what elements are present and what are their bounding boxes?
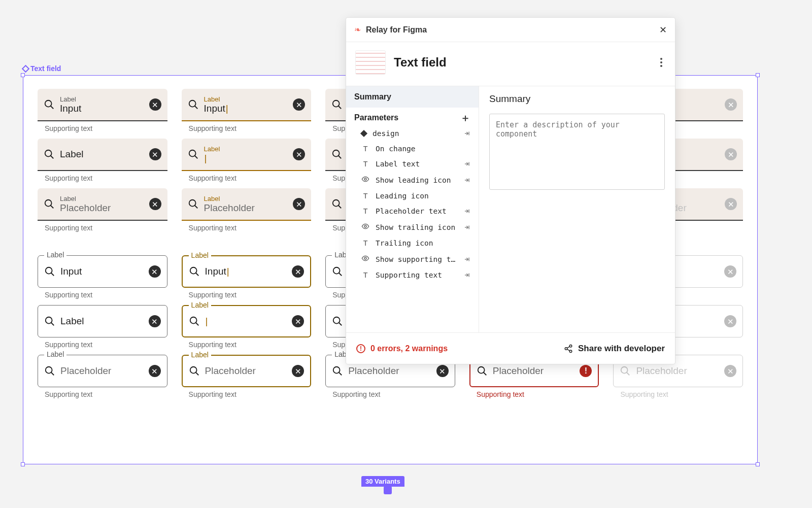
parameter-row[interactable]: TLeading icon [346, 188, 479, 204]
relay-logo-icon: ❧ [354, 25, 361, 35]
search-icon [188, 149, 199, 160]
text-field-outlined[interactable]: Label Input ✕ [38, 255, 167, 288]
parameter-row[interactable]: Show trailing icon [346, 219, 479, 235]
cancel-icon[interactable]: ✕ [293, 98, 305, 111]
parameter-row[interactable]: Show supporting t… [346, 251, 479, 267]
text-field-filled[interactable]: Label Placeholder ✕ [38, 188, 167, 221]
cancel-icon[interactable]: ✕ [293, 198, 305, 210]
cancel-icon[interactable]: ✕ [149, 315, 161, 327]
search-icon [188, 198, 199, 210]
parameter-row[interactable]: TLabel text [346, 156, 479, 172]
supporting-text: Supporting text [182, 341, 312, 349]
cancel-icon[interactable]: ✕ [725, 198, 737, 210]
parameter-row[interactable]: design [346, 126, 479, 141]
cancel-icon[interactable]: ✕ [724, 265, 736, 278]
variant-cell[interactable]: Label ✕ Supporting text [38, 305, 167, 349]
supporting-text: Supporting text [182, 291, 312, 299]
text-field-outlined[interactable]: Label ✕ [38, 305, 167, 337]
variant-cell[interactable]: Label ✕ Supporting text [182, 305, 312, 349]
field-placeholder: Placeholder [60, 365, 144, 377]
warning-icon: ! [356, 344, 365, 353]
search-icon [189, 365, 200, 377]
content-heading: Summary [489, 93, 665, 105]
panel-header: ❧ Relay for Figma ✕ [346, 18, 675, 42]
text-field-filled[interactable]: Label Input ✕ [182, 89, 312, 121]
sidebar-item-summary[interactable]: Summary [346, 86, 479, 108]
close-icon[interactable]: ✕ [659, 24, 667, 36]
cancel-icon[interactable]: ✕ [724, 365, 736, 377]
errors-text[interactable]: 0 errors, 2 warnings [370, 344, 559, 353]
parameter-row[interactable]: TPlaceholder text [346, 204, 479, 219]
svg-point-50 [46, 367, 52, 374]
cancel-icon[interactable]: ✕ [293, 148, 305, 160]
parameter-row[interactable]: Show leading icon [346, 172, 479, 188]
variant-cell[interactable]: Label Placeholder ✕ Supporting text [38, 188, 167, 232]
cancel-icon[interactable]: ✕ [292, 265, 304, 278]
variant-icon [360, 130, 367, 137]
variant-cell[interactable]: Label Input ✕ Supporting text [38, 89, 167, 132]
text-field-filled[interactable]: Label ✕ [38, 139, 167, 171]
supporting-text: Supporting text [182, 124, 312, 132]
field-placeholder: Placeholder [204, 202, 288, 214]
svg-line-31 [51, 273, 54, 276]
variant-cell[interactable]: Label ✕ Supporting text [38, 139, 167, 182]
parameter-row[interactable]: TSupporting text [346, 267, 479, 283]
parameter-name: Leading icon [376, 192, 470, 200]
search-icon [620, 365, 631, 377]
parameter-name: Placeholder text [376, 207, 457, 215]
parameter-row[interactable]: TTrailing icon [346, 235, 479, 251]
variant-cell[interactable]: Label Placeholder ✕ Supporting text [182, 355, 312, 398]
add-parameter-icon[interactable]: ＋ [460, 113, 470, 123]
variant-cell[interactable]: Label Input ✕ Supporting text [38, 255, 167, 299]
text-field-outlined[interactable]: Label Placeholder ✕ [182, 355, 312, 387]
text-field-outlined[interactable]: Label ✕ [182, 305, 312, 337]
svg-line-53 [195, 372, 198, 376]
resize-handle-bl[interactable] [21, 462, 25, 466]
variants-badge[interactable]: 30 Variants [361, 476, 404, 487]
description-input[interactable] [489, 114, 665, 190]
svg-line-51 [51, 372, 54, 376]
search-icon [44, 266, 55, 277]
cancel-icon[interactable]: ✕ [436, 365, 449, 377]
cancel-icon[interactable]: ✕ [149, 98, 161, 111]
svg-line-55 [339, 372, 342, 376]
text-field-filled[interactable]: Label Input ✕ [38, 89, 167, 121]
field-label: Label [60, 316, 144, 327]
resize-handle-tr[interactable] [756, 73, 760, 77]
variant-cell[interactable]: Label Input ✕ Supporting text [182, 255, 312, 299]
svg-point-58 [621, 367, 628, 374]
cancel-icon[interactable]: ✕ [725, 98, 737, 111]
cancel-icon[interactable]: ✕ [292, 315, 304, 327]
cancel-icon[interactable]: ✕ [292, 365, 304, 377]
svg-line-67 [567, 349, 569, 351]
parameter-row[interactable]: TOn change [346, 141, 479, 156]
variant-cell[interactable]: Label Input ✕ Supporting text [182, 89, 312, 132]
variant-cell[interactable]: Label Placeholder ✕ Supporting text [182, 188, 312, 232]
resize-handle-tl[interactable] [21, 73, 25, 77]
variant-cell[interactable]: Label ✕ Supporting text [182, 139, 312, 182]
resize-handle-br[interactable] [756, 462, 760, 466]
svg-point-2 [189, 100, 195, 107]
text-field-filled[interactable]: Label ✕ [182, 139, 312, 171]
cancel-icon[interactable]: ✕ [149, 265, 161, 278]
cancel-icon[interactable]: ✕ [149, 198, 161, 210]
field-label: Label [189, 251, 211, 259]
share-icon [564, 344, 573, 353]
frame-label[interactable]: Text field [23, 64, 61, 73]
more-menu-icon[interactable] [657, 58, 666, 67]
variants-badge-tail [384, 486, 392, 494]
text-field-outlined[interactable]: Label Placeholder ✕ [38, 355, 167, 387]
text-field-outlined[interactable]: Label Input ✕ [182, 255, 312, 288]
field-value: Input [60, 103, 144, 114]
cancel-icon[interactable]: ✕ [149, 365, 161, 377]
parameter-name: Supporting text [376, 271, 457, 279]
text-field-filled[interactable]: Label Placeholder ✕ [182, 188, 312, 221]
cancel-icon[interactable]: ✕ [149, 148, 161, 160]
svg-line-35 [339, 273, 342, 276]
svg-point-60 [364, 178, 366, 180]
variant-cell[interactable]: Label Placeholder ✕ Supporting text [38, 355, 167, 398]
cancel-icon[interactable]: ✕ [724, 315, 736, 327]
share-with-developer-button[interactable]: Share with developer [564, 344, 665, 354]
supporting-text: Supporting text [38, 390, 167, 398]
cancel-icon[interactable]: ✕ [725, 148, 737, 160]
